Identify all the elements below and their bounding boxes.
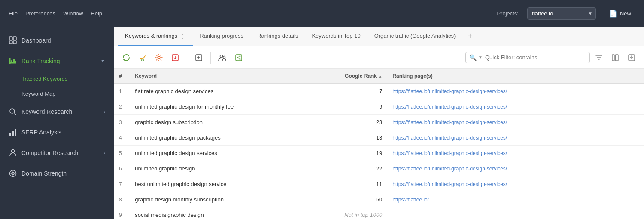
quick-filter-input[interactable]: [485, 54, 586, 61]
cell-rank: 11: [310, 176, 387, 192]
cell-rank: 7: [310, 84, 387, 99]
svg-rect-6: [11, 60, 12, 63]
svg-rect-4: [9, 58, 11, 64]
cell-num: 2: [114, 99, 130, 115]
svg-point-28: [220, 55, 223, 58]
cell-page: https://flatfee.io/unlimited-graphic-des…: [387, 130, 644, 146]
col-keyword[interactable]: Keyword: [130, 69, 310, 84]
settings-button[interactable]: [152, 50, 166, 65]
ranking-page-link[interactable]: https://flatfee.io/: [392, 197, 429, 203]
domain-icon: [9, 169, 17, 178]
ranking-page-link[interactable]: https://flatfee.io/unlimited-graphic-des…: [392, 135, 507, 141]
cell-num: 5: [114, 146, 130, 161]
tab-keywords-top10-label: Keywords in Top 10: [312, 33, 360, 39]
ranking-page-link[interactable]: https://flatfee.io/unlimited-graphic-des…: [392, 119, 507, 125]
chart-icon: [9, 57, 17, 65]
layout: Dashboard Rank Tracking ▼ Tracked Keywor…: [0, 27, 644, 219]
tab-rankings-details[interactable]: Rankings details: [250, 27, 305, 45]
filter-icon-button[interactable]: [592, 50, 606, 65]
sidebar-label-serp-analysis: SERP Analysis: [21, 129, 61, 136]
projects-label: Projects:: [497, 10, 519, 17]
tabs-bar: Keywords & rankings ⋮ Ranking progress R…: [114, 27, 644, 46]
sidebar-item-dashboard[interactable]: Dashboard: [0, 30, 114, 51]
tab-rankings-details-label: Rankings details: [257, 33, 298, 39]
keywords-table: # Keyword Google Rank ▲ Ranking page(s) …: [114, 69, 644, 219]
cell-rank: Not in top 1000: [310, 207, 387, 219]
menu-window[interactable]: Window: [63, 10, 83, 17]
tab-ranking-progress-label: Ranking progress: [200, 33, 243, 39]
cell-page: https://flatfee.io/unlimited-graphic-des…: [387, 99, 644, 115]
ranking-page-link[interactable]: https://flatfee.io/unlimited-graphic-des…: [392, 88, 507, 94]
new-button[interactable]: 📄 New: [605, 7, 635, 20]
svg-line-35: [238, 58, 240, 58]
add-keyword-button[interactable]: [135, 50, 150, 65]
cell-page: https://flatfee.io/unlimited-graphic-des…: [387, 176, 644, 192]
svg-line-10: [14, 113, 16, 115]
tab-keywords-top10[interactable]: Keywords in Top 10: [305, 27, 367, 45]
sidebar-item-tracked-keywords[interactable]: Tracked Keywords: [0, 71, 114, 86]
cell-keyword: best unlimited graphic design service: [130, 176, 310, 192]
chevron-right-icon: ›: [103, 109, 105, 114]
svg-rect-37: [616, 55, 619, 61]
search-icon: 🔍: [469, 54, 477, 61]
svg-rect-12: [12, 131, 14, 136]
cell-num: 6: [114, 161, 130, 176]
columns-icon-button[interactable]: [608, 50, 623, 65]
table-row: 4unlimited graphic design packages13http…: [114, 130, 644, 146]
cell-rank: 23: [310, 115, 387, 130]
table-row: 7best unlimited graphic design service11…: [114, 176, 644, 192]
svg-line-34: [238, 56, 240, 57]
tab-ranking-progress[interactable]: Ranking progress: [193, 27, 250, 45]
sidebar-item-competitor-research[interactable]: Competitor Research ›: [0, 143, 114, 163]
tab-organic-traffic[interactable]: Organic traffic (Google Analytics): [368, 27, 463, 45]
toolbar-separator-2: [210, 52, 211, 64]
chevron-right-icon2: ›: [103, 150, 105, 155]
search-icon: [9, 107, 17, 116]
projects-select-wrap[interactable]: flatfee.io: [527, 7, 596, 20]
sidebar-item-keyword-research[interactable]: Keyword Research ›: [0, 101, 114, 122]
col-num: #: [114, 69, 130, 84]
share-button[interactable]: [231, 50, 246, 65]
cell-keyword: unlimited graphic design: [130, 161, 310, 176]
ranking-page-link[interactable]: https://flatfee.io/unlimited-graphic-des…: [392, 150, 507, 156]
ranking-page-link[interactable]: https://flatfee.io/unlimited-graphic-des…: [392, 181, 507, 187]
projects-select[interactable]: flatfee.io: [527, 7, 596, 20]
export-icon-button[interactable]: [624, 50, 639, 65]
quick-filter-wrap: 🔍 ▼: [465, 52, 590, 63]
cell-keyword: unlimited graphic design services: [130, 146, 310, 161]
menu-help[interactable]: Help: [91, 10, 102, 17]
sidebar-item-serp-analysis[interactable]: SERP Analysis: [0, 122, 114, 143]
cell-page: https://flatfee.io/: [387, 192, 644, 207]
sidebar-item-keyword-map[interactable]: Keyword Map: [0, 86, 114, 101]
ranking-page-link[interactable]: https://flatfee.io/unlimited-graphic-des…: [392, 166, 507, 172]
add-button[interactable]: [191, 50, 206, 65]
tab-more-icon[interactable]: ⋮: [180, 33, 186, 40]
table-row: 3graphic design subscription23https://fl…: [114, 115, 644, 130]
cell-keyword: graphic design subscription: [130, 115, 310, 130]
ranking-page-link[interactable]: https://flatfee.io/unlimited-graphic-des…: [392, 104, 507, 110]
sidebar-item-rank-tracking[interactable]: Rank Tracking ▼: [0, 51, 114, 71]
menu-file[interactable]: File: [9, 10, 18, 17]
import-button[interactable]: [168, 50, 182, 65]
svg-rect-11: [9, 133, 11, 136]
add-tab-button[interactable]: +: [464, 30, 476, 43]
main-content: Keywords & rankings ⋮ Ranking progress R…: [114, 27, 644, 219]
new-icon: 📄: [609, 9, 617, 18]
cell-page: https://flatfee.io/unlimited-graphic-des…: [387, 161, 644, 176]
users-button[interactable]: [215, 50, 230, 65]
cell-rank: 9: [310, 99, 387, 115]
cell-num: 4: [114, 130, 130, 146]
menu-preferences[interactable]: Preferences: [25, 10, 55, 17]
filter-dropdown-arrow[interactable]: ▼: [478, 55, 483, 60]
chevron-down-icon: ▼: [100, 58, 105, 64]
cell-page: https://flatfee.io/unlimited-graphic-des…: [387, 115, 644, 130]
cell-page: https://flatfee.io/unlimited-graphic-des…: [387, 146, 644, 161]
table-row: 1flat rate graphic design services7https…: [114, 84, 644, 99]
table-row: 5unlimited graphic design services19http…: [114, 146, 644, 161]
toolbar: 🔍 ▼: [114, 46, 644, 69]
sidebar-item-domain-strength[interactable]: Domain Strength: [0, 163, 114, 184]
col-google-rank[interactable]: Google Rank ▲: [310, 69, 387, 84]
refresh-button[interactable]: [119, 50, 134, 65]
tab-keywords-rankings[interactable]: Keywords & rankings ⋮: [118, 27, 193, 46]
keywords-table-wrap: # Keyword Google Rank ▲ Ranking page(s) …: [114, 69, 644, 219]
